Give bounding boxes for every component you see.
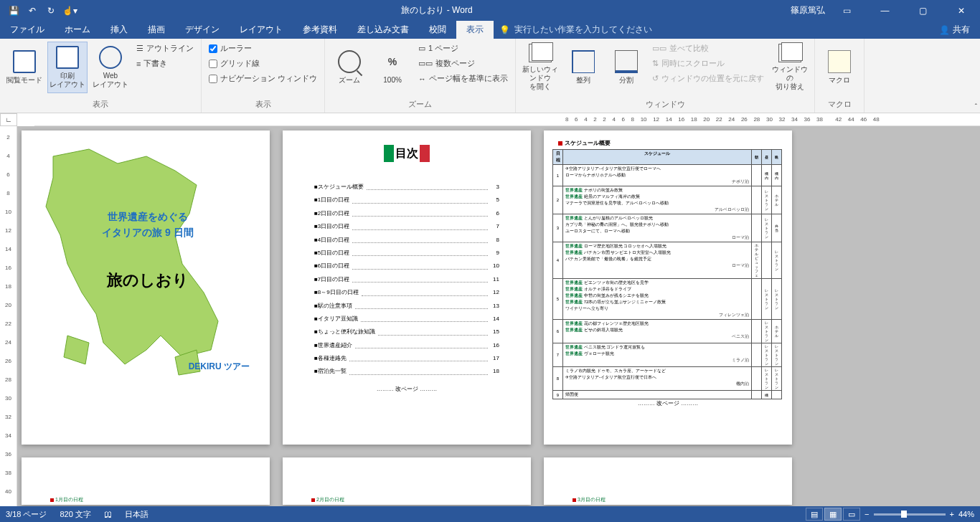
zoom-out-button[interactable]: − [864, 510, 869, 518]
outline-icon: ☰ [136, 44, 143, 53]
toc-item: ■5日目の日程9 [314, 247, 499, 260]
italy-flag-red [420, 145, 430, 162]
collapse-ribbon-icon[interactable]: ˆ [975, 103, 977, 111]
cover-title: 旅のしおり [83, 270, 212, 291]
toc-list: ■スケジュール概要3■1日目の日程5■2日目の日程6■3日目の日程7■4日目の日… [314, 181, 499, 396]
language-indicator[interactable]: 日本語 [125, 509, 149, 520]
zoom-100-button[interactable]: %100% [372, 42, 413, 93]
page-4[interactable]: 1月目の日程 [22, 457, 270, 505]
split-button[interactable]: 分割 [606, 42, 646, 93]
tab-mailings[interactable]: 差し込み文書 [347, 21, 419, 39]
page-6[interactable]: 3月目の日程 [544, 457, 792, 505]
toc-item: ■スケジュール概要3 [314, 181, 499, 194]
cover-subtitle-2: イタリアの旅 9 日間 [83, 227, 212, 239]
multi-page-button[interactable]: ▭▭複数ページ [418, 58, 508, 69]
share-button[interactable]: 👤 共有 [929, 21, 980, 39]
user-name[interactable]: 篠原篤弘 [791, 4, 825, 16]
gridlines-checkbox[interactable]: グリッド線 [209, 58, 317, 69]
close-icon[interactable]: ✕ [945, 0, 977, 21]
page-width-icon: ↔ [418, 75, 426, 83]
save-icon[interactable]: 💾 [6, 3, 22, 19]
cover-subtitle-1: 世界遺産をめぐる [83, 211, 212, 224]
tab-insert[interactable]: 挿入 [100, 21, 138, 39]
zoom-button[interactable]: ズーム [329, 42, 369, 93]
title-bar: 💾 ↶ ↻ ☝▾ 旅のしおり - Word 篠原篤弘 ▭ ― ▢ ✕ [0, 0, 980, 21]
maximize-icon[interactable]: ▢ [907, 0, 939, 21]
print-layout-view-icon[interactable]: ▦ [824, 508, 842, 521]
zoom-slider[interactable] [874, 513, 946, 516]
tab-design[interactable]: デザイン [175, 21, 230, 39]
cover-brand: DEKIRU ツアー [189, 361, 250, 373]
toc-item: ■1日目の日程5 [314, 194, 499, 207]
quick-access-toolbar: 💾 ↶ ↻ ☝▾ [0, 3, 83, 19]
one-page-button[interactable]: ▭1 ページ [418, 43, 508, 54]
word-count[interactable]: 820 文字 [60, 509, 90, 520]
page-5[interactable]: 2月目の日程 [283, 457, 531, 505]
new-window-button[interactable]: 新しいウィンドウ を開く [520, 42, 560, 93]
web-layout-button[interactable]: Web レイアウト [90, 42, 131, 93]
tell-me-search[interactable]: 💡 実行したい作業を入力してください [494, 21, 929, 39]
share-icon: 👤 [939, 25, 950, 35]
tab-view[interactable]: 表示 [456, 21, 494, 39]
toc-item: ■駅の注意事項13 [314, 300, 499, 313]
multi-page-icon: ▭▭ [418, 59, 433, 68]
macros-button[interactable]: マクロ [819, 42, 859, 93]
page-2-toc[interactable]: 目次 ■スケジュール概要3■1日目の日程5■2日目の日程6■3日目の日程7■4日… [283, 130, 531, 445]
view-side-by-side-button[interactable]: ▭▭並べて比較 [652, 43, 764, 54]
tab-selector[interactable]: ∟ [0, 113, 17, 126]
navigation-pane-checkbox[interactable]: ナビゲーション ウィンドウ [209, 73, 317, 84]
touch-mode-icon[interactable]: ☝▾ [62, 3, 77, 19]
reset-window-icon: ↺ [652, 74, 659, 83]
arrange-all-button[interactable]: 整列 [563, 42, 603, 93]
page-1-cover[interactable]: 世界遺産をめぐる イタリアの旅 9 日間 旅のしおり DEKIRU ツアー [22, 130, 270, 445]
print-layout-button[interactable]: 印刷 レイアウト [47, 42, 88, 93]
ribbon-options-icon[interactable]: ▭ [831, 0, 863, 21]
tab-references[interactable]: 参考資料 [293, 21, 347, 39]
one-page-icon: ▭ [418, 44, 425, 53]
tab-layout[interactable]: レイアウト [230, 21, 293, 39]
page-indicator[interactable]: 3/18 ページ [6, 509, 47, 520]
redo-icon[interactable]: ↻ [43, 3, 59, 19]
toc-item: ■世界遺産紹介16 [314, 339, 499, 352]
toc-item: ■イタリア豆知識14 [314, 313, 499, 326]
zoom-level[interactable]: 44% [958, 510, 974, 518]
document-area[interactable]: 246810121416182022242628303234363840 世界遺… [0, 126, 980, 506]
draft-button[interactable]: ≡下書き [136, 58, 194, 69]
vertical-ruler[interactable]: 246810121416182022242628303234363840 [0, 126, 17, 506]
read-mode-button[interactable]: 閲覧モード [4, 42, 44, 93]
horizontal-ruler[interactable]: 8642246810121416182022242628303234363842… [34, 113, 980, 126]
web-layout-view-icon[interactable]: ▭ [843, 508, 860, 521]
toc-item: ■4日目の日程8 [314, 234, 499, 247]
toc-item: ■ちょっと便利な旅知識15 [314, 326, 499, 338]
side-by-side-icon: ▭▭ [652, 44, 666, 53]
tab-review[interactable]: 校閲 [419, 21, 456, 39]
ribbon: 閲覧モード 印刷 レイアウト Web レイアウト ☰アウトライン ≡下書き 表示… [0, 39, 980, 113]
tab-draw[interactable]: 描画 [138, 21, 175, 39]
toc-item: ■7日目の日程11 [314, 273, 499, 286]
lightbulb-icon: 💡 [499, 25, 510, 35]
tab-home[interactable]: ホーム [55, 21, 100, 39]
draft-icon: ≡ [136, 60, 141, 68]
ruler-checkbox[interactable]: ルーラー [209, 43, 317, 54]
zoom-in-button[interactable]: + [950, 510, 954, 518]
italy-flag-green [384, 145, 394, 162]
page-width-button[interactable]: ↔ページ幅を基準に表示 [418, 73, 508, 84]
toc-title: 目次 [384, 145, 430, 162]
schedule-table: 日程スケジュール朝昼晩1✈空路アリタリア-イタリア航空直行便でローマへローマから… [552, 149, 782, 399]
tab-file[interactable]: ファイル [0, 21, 55, 39]
outline-button[interactable]: ☰アウトライン [136, 43, 194, 54]
spellcheck-icon[interactable]: 🕮 [104, 510, 112, 518]
read-mode-view-icon[interactable]: ▤ [806, 508, 823, 521]
toc-item: ■8～9日目の日程12 [314, 286, 499, 299]
toc-item: ■2日目の日程6 [314, 207, 499, 220]
toc-item: ■6日目の日程10 [314, 260, 499, 272]
minimize-icon[interactable]: ― [869, 0, 901, 21]
sync-scroll-icon: ⇅ [652, 59, 659, 68]
page-3-schedule[interactable]: スケジュール概要 日程スケジュール朝昼晩1✈空路アリタリア-イタリア航空直行便で… [544, 130, 792, 445]
schedule-heading: スケジュール概要 [558, 139, 611, 147]
undo-icon[interactable]: ↶ [24, 3, 40, 19]
switch-windows-button[interactable]: ウィンドウの 切り替え [770, 42, 810, 93]
toc-item: ■宿泊先一覧18 [314, 365, 499, 378]
sync-scroll-button: ⇅同時にスクロール [652, 58, 764, 69]
reset-window-button: ↺ウィンドウの位置を元に戻す [652, 73, 764, 84]
